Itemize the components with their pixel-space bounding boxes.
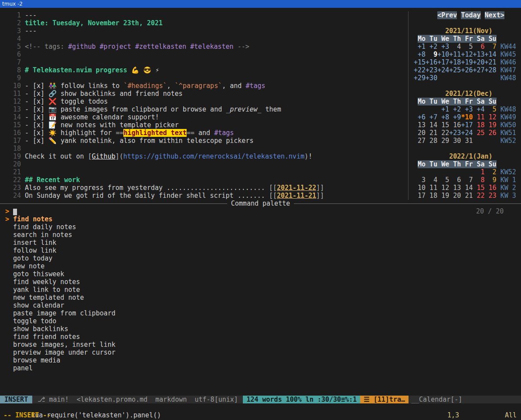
palette-item[interactable]: search in notes (0, 231, 521, 239)
editor-line[interactable]: 18 (0, 145, 408, 152)
palette-item[interactable]: preview image under cursor (0, 349, 521, 356)
calendar-day[interactable]: 5 (437, 176, 449, 184)
palette-item[interactable]: paste image from clipboard (0, 309, 521, 317)
editor-line[interactable]: 3--- (0, 27, 408, 35)
calendar-day[interactable]: 13 (449, 184, 461, 192)
editor-line[interactable]: 11- [x] 🔗 show backlinks and friend note… (0, 90, 408, 98)
calendar-day[interactable]: 17 (414, 192, 426, 200)
palette-item[interactable]: goto today (0, 254, 521, 262)
calendar-day[interactable]: +23 (449, 129, 461, 137)
calendar-day[interactable]: 29 (437, 137, 449, 145)
calendar-day[interactable]: 9 (426, 51, 437, 58)
calendar-day[interactable]: +3 (461, 105, 473, 113)
editor-line[interactable]: 12- [x] ❌ toggle todos (0, 98, 408, 105)
calendar-day[interactable]: *10 (461, 113, 473, 121)
palette-item[interactable]: new note (0, 262, 521, 270)
editor-pane[interactable]: 1---2title: Tuesday, November 23th, 2021… (0, 11, 409, 200)
editor-line[interactable]: 14- [x] 📅 awesome calendar support! (0, 113, 408, 121)
editor-line[interactable]: 22## Recent work (0, 176, 408, 184)
calendar-day[interactable]: 22 (437, 129, 449, 137)
calendar-day[interactable]: 16 (485, 184, 497, 192)
calendar-day[interactable]: 7 (461, 176, 473, 184)
calendar-day[interactable]: +4 (473, 105, 484, 113)
calendar-day[interactable]: 22 (473, 192, 484, 200)
calendar-day[interactable]: 13 (414, 121, 426, 129)
calendar-next-button[interactable]: Next> (485, 11, 504, 19)
palette-item[interactable]: browse media (0, 356, 521, 364)
calendar-day[interactable]: 8 (473, 176, 484, 184)
calendar-day[interactable]: 20 (449, 192, 461, 200)
calendar-day[interactable]: 11 (426, 184, 437, 192)
calendar-prev-button[interactable]: <Prev (437, 11, 457, 19)
calendar-day[interactable]: 10 (414, 184, 426, 192)
calendar-day[interactable]: 28 (426, 137, 437, 145)
calendar-day[interactable]: +16 (426, 58, 437, 66)
calendar-day[interactable]: +19 (461, 58, 473, 66)
editor-line[interactable]: 8# Telekasten.nvim progress 💪 😎 ⚡ (0, 66, 408, 74)
calendar-day[interactable]: 19 (437, 192, 449, 200)
calendar-day[interactable]: 11 (473, 113, 484, 121)
calendar-day[interactable]: +13 (473, 51, 484, 58)
calendar-day[interactable]: 3 (414, 176, 426, 184)
command-line[interactable]: :lua require('telekasten').panel() (0, 403, 161, 411)
calendar-day[interactable]: 16 (449, 121, 461, 129)
calendar-day[interactable]: +11 (449, 51, 461, 58)
editor-line[interactable]: 24On Sunday we got rid of the daily find… (0, 192, 408, 200)
editor-line[interactable]: 17- [x] ✏️ yank notelink, also from with… (0, 137, 408, 145)
calendar-day[interactable]: 25 (473, 129, 484, 137)
palette-item[interactable]: follow link (0, 247, 521, 254)
editor-line[interactable]: 23Also see my progress from yesterday ..… (0, 184, 408, 192)
calendar-pane[interactable]: <Prev Today Next> 2021/11(Nov) Mo Tu We … (409, 11, 521, 200)
calendar-day[interactable]: 18 (426, 192, 437, 200)
palette-item[interactable]: insert link (0, 239, 521, 247)
calendar-day[interactable]: 9 (485, 176, 497, 184)
calendar-day[interactable]: +25 (449, 66, 461, 74)
editor-line[interactable]: 6 (0, 51, 408, 58)
palette-item[interactable]: find weekly notes (0, 278, 521, 286)
calendar-day[interactable]: 4 (449, 43, 461, 51)
palette-item-selected[interactable]: > find notes (0, 215, 521, 223)
calendar-day[interactable]: 15 (437, 121, 449, 129)
palette-item[interactable]: new templated note (0, 294, 521, 301)
calendar-day[interactable]: +6 (414, 113, 426, 121)
calendar-day[interactable]: +17 (437, 58, 449, 66)
calendar-day[interactable]: +29 (414, 74, 426, 82)
palette-prompt-input[interactable]: > 20 / 20 (0, 207, 521, 215)
calendar-day[interactable]: +20 (473, 58, 484, 66)
calendar-day[interactable]: +8 (414, 51, 426, 58)
editor-line[interactable]: 7 (0, 58, 408, 66)
calendar-day[interactable]: 31 (461, 137, 473, 145)
calendar-day[interactable]: +15 (414, 58, 426, 66)
calendar-day[interactable]: +18 (449, 58, 461, 66)
calendar-day[interactable]: +2 (449, 105, 461, 113)
calendar-day[interactable]: 27 (414, 137, 426, 145)
calendar-day[interactable]: +30 (426, 74, 437, 82)
calendar-day[interactable]: +12 (461, 51, 473, 58)
palette-item[interactable]: browse images, insert link (0, 341, 521, 349)
editor-line[interactable]: 16- [x] ☀️ highlight for ==highlighted t… (0, 129, 408, 137)
calendar-day[interactable]: +8 (437, 113, 449, 121)
palette-item[interactable]: find daily notes (0, 223, 521, 231)
calendar-day[interactable]: 5 (485, 105, 497, 113)
editor-line[interactable]: 1--- (0, 11, 408, 19)
editor-line[interactable]: 13- [x] 📷 paste images from clipboard or… (0, 105, 408, 113)
window-titlebar[interactable]: tmux -2 (0, 0, 521, 8)
calendar-day[interactable]: 19 (485, 121, 497, 129)
calendar-day[interactable]: 1 (473, 168, 484, 176)
calendar-day[interactable]: 4 (426, 176, 437, 184)
calendar-day[interactable]: 14 (461, 184, 473, 192)
editor-line[interactable]: 15- [x] 📝 new notes with template picker (0, 121, 408, 129)
calendar-today-button[interactable]: Today (461, 11, 480, 19)
editor-line[interactable]: 2title: Tuesday, November 23th, 2021 (0, 19, 408, 27)
calendar-day[interactable]: +14 (485, 51, 497, 58)
calendar-day[interactable]: 2 (485, 168, 497, 176)
calendar-day[interactable]: +10 (437, 51, 449, 58)
calendar-day[interactable]: 23 (485, 192, 497, 200)
palette-item[interactable]: yank link to note (0, 286, 521, 294)
calendar-day[interactable]: +17 (461, 121, 473, 129)
palette-item[interactable]: goto thisweek (0, 270, 521, 278)
editor-line[interactable]: 5<!-- tags: #github #project #zettelkast… (0, 43, 408, 51)
calendar-day[interactable]: +2 (426, 43, 437, 51)
calendar-day[interactable]: +28 (485, 66, 497, 74)
calendar-day[interactable]: +1 (437, 105, 449, 113)
